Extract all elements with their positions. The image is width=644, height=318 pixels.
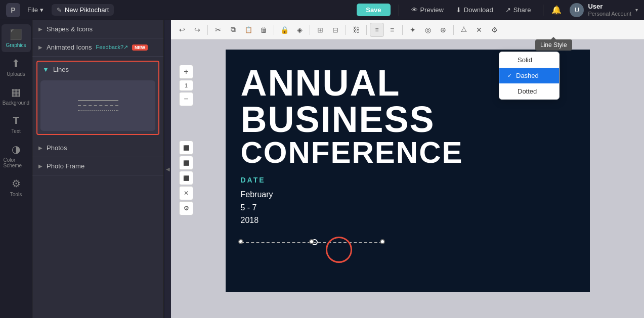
share-button[interactable]: ↗ Share	[501, 4, 535, 16]
opacity-button[interactable]: ⊕	[436, 23, 450, 37]
color-scheme-icon: ◑	[12, 143, 20, 155]
uploads-icon: ⬆	[12, 57, 20, 69]
graphics-icon: ⬛	[10, 28, 22, 40]
animated-icons-header[interactable]: ▶ Animated Icons Feedback?↗ NEW	[32, 38, 163, 56]
topbar: P File ▾ ✎ New Piktochart Save 👁 Preview…	[0, 0, 644, 20]
lines-header[interactable]: ▼ Lines	[37, 62, 158, 77]
app-logo: P	[6, 3, 20, 17]
chevron-right-icon3: ▶	[38, 145, 42, 151]
sidebar-item-background[interactable]: ▦ Background	[2, 82, 31, 110]
topbar-divider2	[543, 5, 543, 16]
user-menu[interactable]: U User Personal Account ▾	[566, 3, 638, 17]
avatar: U	[570, 3, 584, 17]
lines-section: ▼ Lines	[36, 61, 159, 135]
align-mid-button[interactable]: ⬛	[179, 156, 193, 170]
lines-card[interactable]	[40, 80, 155, 131]
toolbar-sep1	[207, 25, 208, 35]
zoom-level: 1	[179, 80, 193, 91]
sidebar-item-graphics[interactable]: ⬛ Graphics	[2, 24, 31, 52]
left-panel: ▶ Shapes & Icons ▶ Animated Icons Feedba…	[32, 20, 164, 318]
sidebar-item-color-scheme[interactable]: ◑ Color Scheme	[2, 139, 31, 172]
paste-button[interactable]: 📋	[241, 23, 255, 37]
photos-header[interactable]: ▶ Photos	[32, 139, 163, 157]
preview-button[interactable]: 👁 Preview	[407, 4, 448, 16]
shapes-icons-header[interactable]: ▶ Shapes & Icons	[32, 20, 163, 38]
delete-button[interactable]: 🗑	[256, 23, 271, 37]
chevron-down-icon: ▼	[42, 66, 49, 73]
undo-button[interactable]: ↩	[175, 23, 189, 37]
zoom-controls: + 1 −	[179, 65, 193, 106]
dashed-check: ✓	[507, 72, 512, 79]
document-title: New Piktochart	[65, 6, 109, 14]
more-button[interactable]: ⧊	[457, 23, 471, 37]
line-endpoint-highlight	[326, 237, 352, 263]
sidebar-item-tools[interactable]: ⚙ Tools	[2, 173, 31, 201]
line-dashed-preview	[78, 105, 118, 106]
download-icon: ⬇	[456, 6, 461, 14]
chevron-right-icon: ▶	[38, 26, 42, 32]
settings-button[interactable]: ⚙	[487, 23, 501, 37]
arrange-button[interactable]: ◎	[421, 23, 435, 37]
link-button[interactable]: ⛓	[349, 23, 363, 37]
panel-collapse-handle[interactable]: ◀	[164, 20, 171, 318]
canvas-line-element[interactable]	[241, 235, 575, 250]
panel-section-shapes-icons: ▶ Shapes & Icons	[32, 20, 163, 38]
grid-button[interactable]: ⊞	[313, 23, 327, 37]
close-element-button[interactable]: ✕	[472, 23, 486, 37]
grid2-button[interactable]: ⊟	[328, 23, 342, 37]
main-layout: ⬛ Graphics ⬆ Uploads ▦ Background T Text…	[0, 20, 644, 318]
user-chevron-icon: ▾	[635, 7, 638, 13]
align-top-button[interactable]: ⬛	[179, 141, 193, 155]
file-menu[interactable]: File ▾	[27, 6, 44, 14]
copy-button[interactable]: ⧉	[226, 23, 240, 37]
toolbar-sep5	[366, 25, 367, 35]
line-style-button[interactable]: ≡	[370, 23, 384, 37]
align-bot-button[interactable]: ⬛	[179, 171, 193, 185]
toolbar-sep7	[453, 25, 454, 35]
line-style-solid[interactable]: Solid	[499, 52, 559, 68]
sidebar-icons: ⬛ Graphics ⬆ Uploads ▦ Background T Text…	[0, 20, 32, 318]
element-settings-button[interactable]: ⚙	[179, 201, 193, 215]
sidebar-item-uploads[interactable]: ⬆ Uploads	[2, 53, 31, 81]
chevron-right-icon2: ▶	[38, 44, 42, 50]
pencil-icon: ✎	[57, 7, 62, 14]
line-handle-right[interactable]	[380, 239, 385, 244]
toolbar-sep3	[310, 25, 310, 35]
download-button[interactable]: ⬇ Download	[452, 4, 497, 16]
line-dotted-preview	[78, 110, 118, 111]
delete-element-button[interactable]: ✕	[179, 186, 193, 200]
sidebar-item-text[interactable]: T Text	[2, 111, 31, 138]
line-width-button[interactable]: ≡	[385, 23, 399, 37]
align-controls: ⬛ ⬛ ⬛ ✕ ⚙	[179, 141, 193, 215]
line-handle-left[interactable]	[238, 239, 243, 244]
zoom-minus-button[interactable]: −	[179, 92, 193, 106]
document-title-area[interactable]: ✎ New Piktochart	[52, 4, 114, 16]
canvas-area: ↩ ↪ ✂ ⧉ 📋 🗑 🔒 ◈ ⊞ ⊟ ⛓ ≡ ≡ ✦ ◎ ⊕ ⧊ ✕	[171, 20, 644, 318]
canvas-title-business: BUSINESS	[226, 101, 590, 138]
canvas-scroll[interactable]: + 1 − ⬛ ⬛ ⬛ ✕ ⚙ ANNUAL BUSINESS CONFEREN…	[171, 39, 644, 318]
preview-icon: 👁	[411, 6, 418, 14]
notifications-bell-icon[interactable]: 🔔	[551, 5, 562, 15]
zoom-plus-button[interactable]: +	[179, 65, 193, 79]
cut-button[interactable]: ✂	[211, 23, 225, 37]
panel-section-animated-icons: ▶ Animated Icons Feedback?↗ NEW	[32, 38, 163, 57]
collapse-arrow-icon: ◀	[166, 166, 170, 172]
line-solid-preview	[78, 100, 118, 101]
lock-button[interactable]: 🔒	[277, 23, 291, 37]
photo-frame-header[interactable]: ▶ Photo Frame	[32, 157, 163, 175]
line-handle-mid[interactable]	[309, 239, 314, 244]
line-style-dotted[interactable]: Dotted	[499, 83, 559, 99]
canvas-date-label: DATE	[226, 176, 590, 188]
save-button[interactable]: Save	[357, 4, 390, 16]
toolbar-sep4	[346, 25, 346, 35]
text-icon: T	[13, 115, 19, 126]
share-icon: ↗	[505, 6, 511, 14]
group-button[interactable]: ◈	[292, 23, 307, 37]
toolbar: ↩ ↪ ✂ ⧉ 📋 🗑 🔒 ◈ ⊞ ⊟ ⛓ ≡ ≡ ✦ ◎ ⊕ ⧊ ✕	[171, 20, 644, 39]
chevron-right-icon4: ▶	[38, 163, 42, 169]
flip-button[interactable]: ✦	[406, 23, 420, 37]
feedback-link[interactable]: Feedback?↗	[96, 44, 128, 51]
toolbar-sep2	[274, 25, 274, 35]
line-style-dashed[interactable]: ✓ Dashed	[499, 68, 559, 83]
redo-button[interactable]: ↪	[190, 23, 204, 37]
